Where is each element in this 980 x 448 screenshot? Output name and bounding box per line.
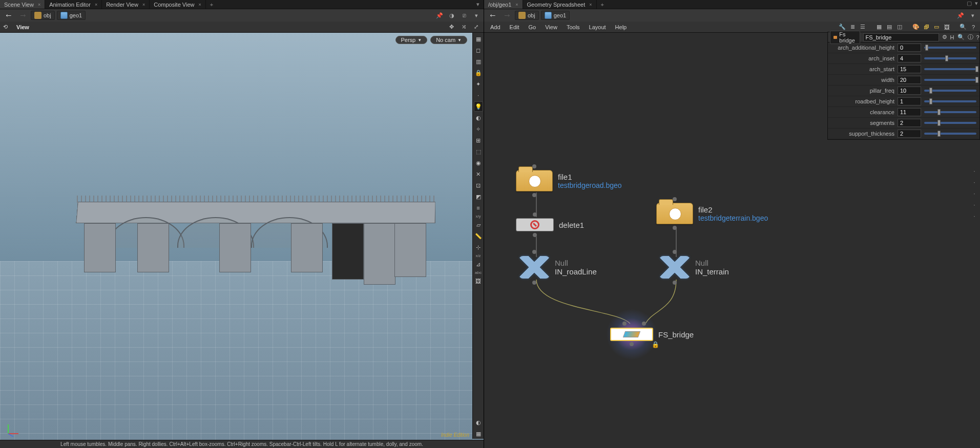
snapshot-icon[interactable]: ▾ [471, 11, 482, 20]
wrench-icon[interactable]: 🔧 [838, 23, 847, 32]
param-slider[interactable] [924, 122, 976, 124]
add-tab-button[interactable]: + [206, 0, 217, 9]
pin-icon[interactable]: 📌 [955, 11, 966, 20]
input-port[interactable] [532, 164, 536, 168]
camera-select-menu[interactable]: No cam ▼ [430, 36, 467, 44]
output-port[interactable] [673, 226, 677, 230]
quickmark-icon[interactable]: · [970, 211, 979, 221]
tab-composite-view[interactable]: Composite View × [150, 0, 206, 9]
menu-layout[interactable]: Layout [585, 23, 610, 31]
netbox-icon[interactable]: ▭ [932, 23, 941, 32]
viewport[interactable]: Persp ▼ No cam ▼ ▦ ◻ ▥ 🔒 ✦ · 💡 ◐ ✧ ⊞ ⬚ ◉… [0, 33, 484, 448]
xy-label[interactable]: x/y [475, 214, 481, 219]
background-image-icon[interactable]: 🖼 [474, 276, 483, 286]
node-file2[interactable]: file2 testbridgeterrain.bgeo [656, 203, 768, 224]
param-slider[interactable] [924, 79, 976, 81]
find-icon[interactable]: 🔍 [958, 23, 968, 32]
pane-menu-icon[interactable]: ▾ [975, 0, 978, 9]
ruler-icon[interactable]: 📏 [474, 231, 483, 241]
scale-manip-icon[interactable]: ⤢ [471, 23, 481, 32]
quickmark-icon[interactable]: · [970, 177, 979, 187]
group-list-icon[interactable]: ≡ [474, 203, 483, 213]
maximize-icon[interactable]: ▢ [967, 0, 972, 9]
grid-icon[interactable]: ▦ [874, 23, 884, 32]
gear-icon[interactable]: ⚙ [942, 33, 947, 41]
origin-icon[interactable]: ⊹ [474, 242, 483, 252]
nav-fwd-icon[interactable]: 🡒 [16, 10, 29, 20]
layout-icon[interactable]: ◫ [895, 23, 904, 32]
menu-add[interactable]: Add [486, 23, 505, 31]
menu-go[interactable]: Go [525, 23, 540, 31]
param-value-input[interactable] [898, 54, 921, 62]
param-slider[interactable] [924, 111, 976, 113]
close-icon[interactable]: × [515, 2, 518, 7]
param-value-input[interactable] [898, 44, 921, 52]
breadcrumb-obj[interactable]: obj [31, 11, 55, 20]
close-icon[interactable]: × [589, 2, 592, 7]
display-options-icon[interactable]: ▦ [474, 429, 483, 439]
xz-label[interactable]: x/z [475, 253, 481, 258]
menu-edit[interactable]: Edit [506, 23, 524, 31]
nav-fwd-icon[interactable]: 🡒 [501, 10, 513, 20]
param-slider[interactable] [924, 100, 976, 102]
param-slider[interactable] [924, 47, 976, 49]
image-icon[interactable]: 🖼 [942, 23, 951, 32]
shading-icon[interactable]: ▦ [474, 34, 483, 44]
param-value-input[interactable] [898, 108, 921, 116]
add-tab-button[interactable]: + [597, 0, 608, 9]
display-points-icon[interactable]: · [474, 90, 483, 100]
show-handles-icon[interactable]: ⊿ [474, 259, 483, 269]
ortho-icon[interactable]: ⊡ [474, 180, 483, 190]
nav-back-icon[interactable]: 🡐 [2, 10, 14, 20]
input-port[interactable] [673, 197, 677, 201]
lock-icon[interactable]: 🔒 [474, 68, 483, 78]
node-type-chip[interactable]: Fs bridge [830, 31, 860, 44]
breadcrumb-obj[interactable]: obj [515, 11, 539, 20]
output-port[interactable] [630, 342, 634, 346]
construction-plane-icon[interactable]: ▱ [474, 220, 483, 230]
link-view-icon[interactable]: ⟲ [3, 24, 13, 30]
output-port[interactable] [533, 233, 537, 237]
translate-manip-icon[interactable]: ✥ [447, 23, 456, 32]
node-file1[interactable]: file1 testbridgeroad.bgeo [516, 170, 622, 191]
menu-tools[interactable]: Tools [562, 23, 584, 31]
dropdown-icon[interactable]: ▾ [968, 11, 978, 20]
tab-scene-view[interactable]: Scene View × [0, 0, 45, 9]
param-slider[interactable] [924, 90, 976, 92]
param-value-input[interactable] [898, 119, 921, 127]
param-value-input[interactable] [898, 97, 921, 105]
selection-icon[interactable]: ◩ [474, 191, 483, 202]
headlight-icon[interactable]: 💡 [474, 101, 483, 112]
output-port[interactable] [532, 193, 536, 197]
close-icon[interactable]: × [38, 2, 40, 7]
quickmark-icon[interactable]: · [970, 200, 979, 210]
close-icon[interactable]: × [198, 2, 201, 7]
tab-animation-editor[interactable]: Animation Editor × [45, 0, 102, 9]
grid2-icon[interactable]: ▤ [885, 23, 894, 32]
pane-menu-icon[interactable]: ▾ [472, 0, 484, 9]
gamma-icon[interactable]: ◐ [474, 417, 483, 428]
output-port[interactable] [673, 281, 677, 285]
param-value-input[interactable] [898, 87, 921, 95]
input-port[interactable] [533, 212, 537, 217]
wireframe-icon[interactable]: ⊞ [474, 135, 483, 145]
rotate-manip-icon[interactable]: ⤮ [459, 23, 468, 32]
menu-view[interactable]: View [541, 23, 561, 31]
param-slider[interactable] [924, 68, 976, 70]
quickmark-icon[interactable]: · [970, 166, 979, 176]
param-value-input[interactable] [898, 65, 921, 73]
node-in-terrain[interactable]: Null IN_terrain [659, 256, 729, 279]
node-name-field[interactable] [863, 33, 939, 41]
search-icon[interactable]: 🔍 [957, 33, 965, 41]
breadcrumb-geo1[interactable]: geo1 [57, 11, 86, 20]
tree-icon[interactable]: ☰ [858, 23, 867, 32]
ghost-icon[interactable]: ◻ [474, 45, 483, 55]
input-ports[interactable] [622, 322, 646, 326]
palette-icon[interactable]: 🎨 [911, 23, 921, 32]
display-normals-icon[interactable]: ✦ [474, 79, 483, 89]
xray-icon[interactable]: ✕ [474, 169, 483, 179]
tab-render-view[interactable]: Render View × [102, 0, 150, 9]
close-icon[interactable]: × [142, 2, 145, 7]
node-in-roadline[interactable]: Null IN_roadLine [519, 256, 597, 279]
jump-icon[interactable]: H [950, 33, 954, 41]
